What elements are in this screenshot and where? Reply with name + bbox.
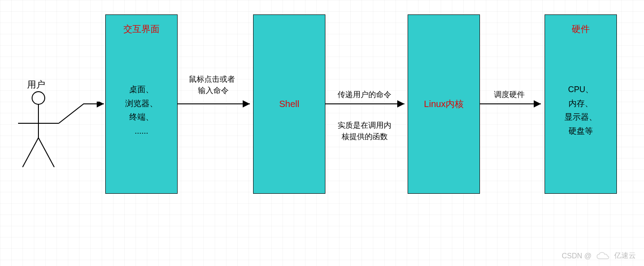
svg-point-0 — [32, 92, 45, 104]
box-ui-line: 桌面、 — [106, 83, 177, 97]
watermark-left: CSDN @ — [562, 252, 592, 260]
box-ui: 交互界面 桌面、 浏览器、 终端、 ...... — [105, 14, 178, 194]
box-ui-body: 桌面、 浏览器、 终端、 ...... — [106, 83, 177, 138]
svg-line-4 — [38, 138, 54, 167]
svg-line-3 — [23, 138, 38, 167]
box-ui-title: 交互界面 — [106, 23, 177, 35]
box-hardware-title: 硬件 — [545, 23, 616, 35]
label-schedule-hw: 调度硬件 — [494, 89, 525, 101]
box-ui-line: 终端、 — [106, 110, 177, 124]
box-kernel: Linux内核 — [408, 14, 480, 194]
arrow-ui-to-shell — [178, 99, 254, 108]
box-ui-line: ...... — [106, 124, 177, 138]
box-ui-line: 浏览器、 — [106, 97, 177, 111]
box-hardware: 硬件 CPU、 内存、 显示器、 硬盘等 — [545, 14, 617, 194]
label-call-func-b: 核提供的函数 — [342, 131, 388, 143]
arrow-kernel-to-hw — [480, 99, 545, 108]
box-shell-title: Shell — [279, 99, 299, 109]
box-hw-line: CPU、 — [545, 83, 616, 97]
label-call-func-a: 实质是在调用内 — [338, 120, 391, 131]
box-hw-line: 显示器、 — [545, 110, 616, 124]
arrow-shell-to-kernel — [325, 99, 409, 108]
label-pass-command: 传递用户的命令 — [338, 89, 391, 101]
arrow-user-to-ui — [59, 102, 108, 129]
label-mouse-input-top: 鼠标点击或者 — [189, 74, 235, 85]
label-mouse-input-bottom: 输入命令 — [198, 85, 229, 97]
box-hw-line: 内存、 — [545, 97, 616, 111]
box-shell: Shell — [253, 14, 325, 194]
box-kernel-title: Linux内核 — [424, 98, 464, 110]
user-stick-figure — [11, 88, 66, 174]
cloud-icon — [596, 252, 610, 261]
user-label: 用户 — [27, 78, 45, 91]
box-hardware-body: CPU、 内存、 显示器、 硬盘等 — [545, 83, 616, 138]
watermark-right: 亿速云 — [614, 251, 636, 261]
watermark: CSDN @ 亿速云 — [562, 251, 636, 261]
box-hw-line: 硬盘等 — [545, 124, 616, 138]
